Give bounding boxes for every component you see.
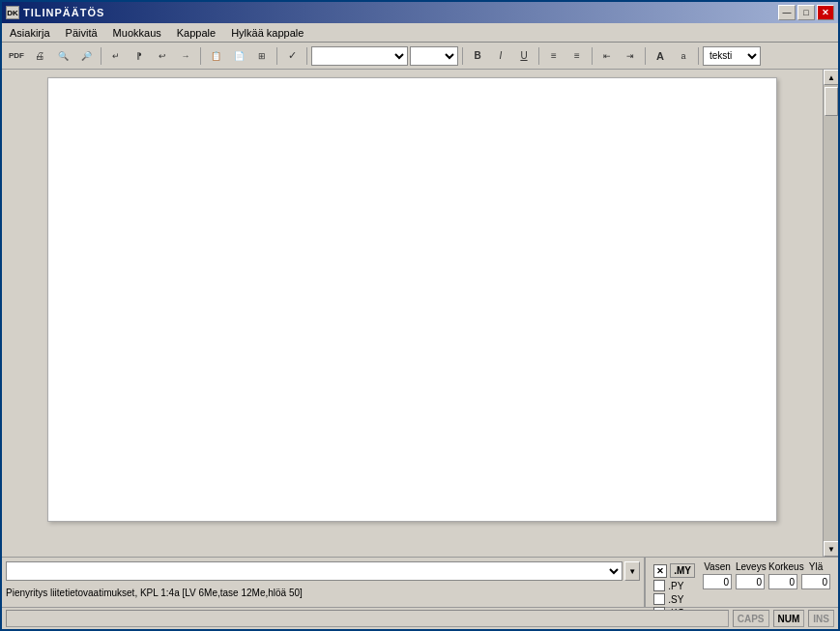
sep6 <box>538 47 539 65</box>
leveys-input[interactable] <box>736 574 765 589</box>
document-page <box>47 77 777 522</box>
sep7 <box>592 47 593 65</box>
paragraph-dropdown-btn[interactable]: ▼ <box>624 561 640 581</box>
title-bar-left: DK TILINPÄÄTÖS <box>6 6 104 19</box>
app-icon[interactable]: DK <box>6 6 19 19</box>
vasen-input[interactable] <box>703 574 732 589</box>
sep4 <box>306 47 307 65</box>
sep5 <box>462 47 463 65</box>
minimize-button[interactable]: — <box>778 5 796 20</box>
indent-right-btn[interactable]: ⇥ <box>620 45 641 67</box>
main-window: DK TILINPÄÄTÖS — □ ✕ Asiakirja Päivitä M… <box>0 0 840 631</box>
paragraph-dropdown[interactable] <box>6 561 623 581</box>
dimension-fields: Vasen Leveys Korkeus Ylä <box>703 561 830 589</box>
status-text <box>6 610 729 627</box>
sy-checkbox[interactable] <box>653 593 665 605</box>
statusbar: CAPS NUM INS <box>2 608 838 629</box>
menu-muokkaus[interactable]: Muokkaus <box>105 25 169 41</box>
sep1 <box>101 47 101 65</box>
font-size-select[interactable] <box>410 46 458 66</box>
bottom-panel: ▼ Pienyritys liitetietovaatimukset, KPL … <box>2 557 838 629</box>
underline-btn[interactable]: U <box>513 45 535 67</box>
ins-badge: INS <box>808 610 834 627</box>
menu-paivita[interactable]: Päivitä <box>58 25 105 41</box>
title-bar-controls: — □ ✕ <box>778 5 834 20</box>
sep9 <box>698 47 699 65</box>
paragraph-info-text: Pienyritys liitetietovaatimukset, KPL 1:… <box>6 588 303 598</box>
scroll-down-arrow[interactable]: ▼ <box>824 541 838 557</box>
print-btn[interactable]: 🖨 <box>29 45 50 67</box>
toolbar: PDF 🖨 🔍 🔎 ↵ ⁋ ↩ → 📋 📄 ⊞ ✓ B I U ≡ ≡ ⇤ ⇥ … <box>2 43 838 70</box>
caps-badge: CAPS <box>733 610 769 627</box>
insert3-btn[interactable]: ↩ <box>152 45 173 67</box>
sep2 <box>200 47 201 65</box>
align-center-btn[interactable]: ≡ <box>566 45 588 67</box>
zoom-btn[interactable]: 🔍 <box>52 45 73 67</box>
menubar: Asiakirja Päivitä Muokkaus Kappale Hylkä… <box>2 23 838 43</box>
font-size-down-btn[interactable]: a <box>673 45 694 67</box>
content-area <box>2 70 823 557</box>
leveys-label: Leveys <box>736 561 765 572</box>
page-container <box>6 73 819 553</box>
right-panel: ✕ .MY .PY .SY .KO <box>645 558 838 607</box>
main-area: ▲ ▼ <box>2 70 838 557</box>
search-btn[interactable]: 🔎 <box>75 45 97 67</box>
insert2-btn[interactable]: ⁋ <box>129 45 150 67</box>
py-checkbox[interactable] <box>653 580 665 591</box>
doc2-btn[interactable]: ⊞ <box>251 45 273 67</box>
vertical-scrollbar: ▲ ▼ <box>823 70 838 557</box>
insert4-btn[interactable]: → <box>175 45 196 67</box>
scroll-track[interactable] <box>824 85 838 541</box>
style-select[interactable]: teksti <box>703 46 761 66</box>
italic-btn[interactable]: I <box>490 45 511 67</box>
font-size-up-btn[interactable]: A <box>650 45 671 67</box>
scroll-thumb[interactable] <box>825 87 838 116</box>
sep8 <box>645 47 646 65</box>
menu-asiakirja[interactable]: Asiakirja <box>2 25 58 41</box>
yla-label: Ylä <box>801 561 830 572</box>
my-badge[interactable]: .MY <box>670 563 695 578</box>
yla-input[interactable] <box>801 574 830 589</box>
korkeus-label: Korkeus <box>768 561 797 572</box>
check-btn[interactable]: ✓ <box>281 45 303 67</box>
paragraph-info: Pienyritys liitetietovaatimukset, KPL 1:… <box>2 583 644 602</box>
indent-left-btn[interactable]: ⇤ <box>596 45 618 67</box>
close-small-icon[interactable]: ✕ <box>653 564 667 578</box>
menu-hylkaa[interactable]: Hylkää kappale <box>223 25 311 41</box>
window-title: TILINPÄÄTÖS <box>23 7 104 18</box>
py-label: .PY <box>668 581 683 591</box>
insert1-btn[interactable]: ↵ <box>105 45 127 67</box>
copy-btn[interactable]: 📋 <box>205 45 226 67</box>
menu-kappale[interactable]: Kappale <box>169 25 223 41</box>
close-button[interactable]: ✕ <box>817 5 834 20</box>
title-bar: DK TILINPÄÄTÖS — □ ✕ <box>2 2 838 23</box>
dim-inputs <box>703 574 830 589</box>
align-left-btn[interactable]: ≡ <box>543 45 565 67</box>
scroll-up-arrow[interactable]: ▲ <box>824 70 838 85</box>
bold-btn[interactable]: B <box>467 45 488 67</box>
num-badge: NUM <box>773 610 805 627</box>
sep3 <box>276 47 277 65</box>
maximize-button[interactable]: □ <box>797 5 815 20</box>
dim-header: Vasen Leveys Korkeus Ylä <box>703 561 830 572</box>
korkeus-input[interactable] <box>768 574 797 589</box>
doc1-btn[interactable]: 📄 <box>228 45 249 67</box>
sy-label: .SY <box>668 594 683 605</box>
pdf-btn[interactable]: PDF <box>6 45 27 67</box>
bottom-row1: ▼ Pienyritys liitetietovaatimukset, KPL … <box>2 558 838 608</box>
vasen-label: Vasen <box>703 561 732 572</box>
font-select[interactable] <box>311 46 408 66</box>
